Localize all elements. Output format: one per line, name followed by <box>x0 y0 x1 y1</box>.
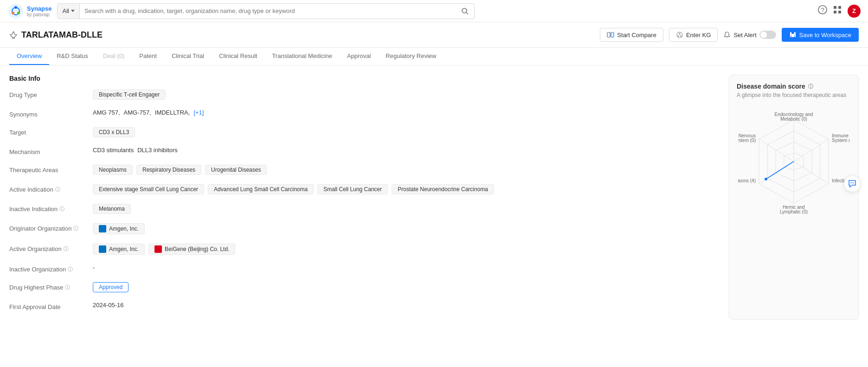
compare-icon <box>607 31 614 39</box>
originator-org-row: Originator Organization ⓘ Amgen, Inc. <box>9 223 720 234</box>
save-workspace-button[interactable]: Save to Workspace <box>782 28 859 42</box>
therapeutic-area-1[interactable]: Neoplasms <box>93 165 133 175</box>
mechanism-1: CD3 stimulants <box>93 147 134 154</box>
alert-toggle[interactable] <box>759 31 776 39</box>
svg-point-43 <box>850 182 851 183</box>
approved-badge[interactable]: Approved <box>93 282 129 292</box>
drug-title-container: TARLATAMAB-DLLE <box>9 30 103 40</box>
therapeutic-areas-row: Therapeutic Areas Neoplasms Respiratory … <box>9 165 720 175</box>
drug-highest-phase-label: Drug Highest Phase ⓘ <box>9 282 93 291</box>
chat-bubble-button[interactable] <box>844 175 861 192</box>
svg-point-44 <box>852 182 853 183</box>
tab-deal[interactable]: Deal (0) <box>96 48 132 65</box>
grid-icon <box>833 5 842 14</box>
svg-point-0 <box>8 4 23 19</box>
svg-text:?: ? <box>821 6 824 13</box>
chat-icon <box>848 179 857 188</box>
target-tag[interactable]: CD3 x DLL3 <box>93 127 135 137</box>
tab-translational-medicine[interactable]: Translational Medicine <box>264 48 340 65</box>
originator-org-tag[interactable]: Amgen, Inc. <box>93 223 145 234</box>
drug-phase-info-icon[interactable]: ⓘ <box>65 284 70 291</box>
indication-3[interactable]: Small Cell Lung Cancer <box>317 184 388 194</box>
drug-highest-phase-row: Drug Highest Phase ⓘ Approved <box>9 282 720 292</box>
tab-regulatory-review[interactable]: Regulatory Review <box>378 48 444 65</box>
tab-rd-status[interactable]: R&D Status <box>49 48 96 65</box>
active-org-beigene-tag[interactable]: BeiGene (Beijing) Co. Ltd. <box>148 244 235 255</box>
synonym-3: IMDELLTRA, <box>155 109 190 116</box>
svg-line-20 <box>680 34 681 36</box>
amgen-logo-icon-2 <box>99 245 106 253</box>
basic-info-section: Basic Info Drug Type Bispecific T-cell E… <box>9 75 720 320</box>
tab-clinical-trial[interactable]: Clinical Trial <box>164 48 212 65</box>
inactive-org-value: - <box>93 264 720 271</box>
inactive-org-info-icon[interactable]: ⓘ <box>68 266 73 273</box>
drug-highest-phase-value: Approved <box>93 282 720 292</box>
beigene-logo-icon <box>154 245 162 253</box>
avatar[interactable]: Z <box>848 5 861 18</box>
target-value: CD3 x DLL3 <box>93 127 720 137</box>
synapse-logo-icon <box>7 3 24 19</box>
search-input[interactable] <box>80 4 456 19</box>
svg-line-30 <box>759 139 794 161</box>
enter-kg-button[interactable]: Enter KG <box>669 28 718 42</box>
drug-type-value: Bispecific T-cell Engager <box>93 90 720 100</box>
tab-patent[interactable]: Patent <box>132 48 164 65</box>
search-button[interactable] <box>456 4 474 19</box>
apps-button[interactable] <box>833 5 842 17</box>
drug-actions: Start Compare Enter KG Set Alert <box>600 28 859 42</box>
tab-overview[interactable]: Overview <box>9 48 49 65</box>
svg-rect-9 <box>834 6 836 9</box>
svg-text:Lymphatic (0): Lymphatic (0) <box>780 209 808 214</box>
svg-point-18 <box>680 36 682 37</box>
toggle-knob <box>760 32 767 38</box>
target-row: Target CD3 x DLL3 <box>9 127 720 137</box>
active-org-info-icon[interactable]: ⓘ <box>64 245 69 252</box>
active-org-row: Active Organization ⓘ Amgen, Inc. BeiGen… <box>9 244 720 255</box>
svg-point-2 <box>14 6 17 9</box>
active-indication-row: Active Indication ⓘ Extensive stage Smal… <box>9 184 720 194</box>
bell-icon <box>723 31 731 39</box>
help-button[interactable]: ? <box>818 5 827 17</box>
active-indication-value: Extensive stage Small Cell Lung Cancer A… <box>93 184 720 194</box>
help-icon: ? <box>818 5 827 14</box>
synonyms-value: AMG 757, AMG-757, IMDELLTRA, [+1] <box>93 109 720 116</box>
active-org-beigene-name: BeiGene (Beijing) Co. Ltd. <box>165 246 229 252</box>
tab-approval[interactable]: Approval <box>340 48 378 65</box>
originator-org-name: Amgen, Inc. <box>109 225 139 232</box>
tabs-bar: Overview R&D Status Deal (0) Patent Clin… <box>0 48 868 65</box>
svg-line-6 <box>466 13 468 14</box>
active-org-amgen-tag[interactable]: Amgen, Inc. <box>93 244 145 255</box>
synonyms-more[interactable]: [+1] <box>193 109 204 116</box>
active-indication-info-icon[interactable]: ⓘ <box>55 186 60 193</box>
mechanism-2: DLL3 inhibitors <box>137 147 178 154</box>
svg-line-26 <box>794 139 829 161</box>
drug-type-tag[interactable]: Bispecific T-cell Engager <box>93 90 166 100</box>
disease-domain-info-icon[interactable]: ⓘ <box>808 83 813 90</box>
indication-1[interactable]: Extensive stage Small Cell Lung Cancer <box>93 184 204 194</box>
therapeutic-area-2[interactable]: Respiratory Diseases <box>136 165 201 175</box>
inactive-org-label: Inactive Organization ⓘ <box>9 264 93 273</box>
originator-org-info-icon[interactable]: ⓘ <box>73 225 78 232</box>
svg-point-5 <box>462 8 467 13</box>
inactive-indication-value: Melanoma <box>93 204 720 214</box>
save-workspace-label: Save to Workspace <box>799 32 851 39</box>
drug-type-row: Drug Type Bispecific T-cell Engager <box>9 90 720 100</box>
inactive-indication-info-icon[interactable]: ⓘ <box>59 206 64 212</box>
indication-2[interactable]: Advanced Lung Small Cell Carcinoma <box>208 184 314 194</box>
logo: Synapse by patsnap <box>7 3 51 19</box>
svg-line-19 <box>678 34 680 36</box>
search-filter-dropdown[interactable]: All <box>58 4 79 19</box>
inactive-indication-tag[interactable]: Melanoma <box>93 204 131 214</box>
therapeutic-area-3[interactable]: Urogenital Diseases <box>205 165 267 175</box>
enter-kg-label: Enter KG <box>686 32 711 39</box>
tab-clinical-result[interactable]: Clinical Result <box>212 48 264 65</box>
search-bar: All <box>57 3 475 19</box>
first-approval-date-row: First Approval Date 2024-05-16 <box>9 302 720 310</box>
indication-4[interactable]: Prostate Neuroendocrine Carcinoma <box>392 184 494 194</box>
chevron-down-icon <box>71 10 75 12</box>
radar-chart: Endocrinology and Metabolic (0) Immune S… <box>738 106 849 217</box>
mechanism-row: Mechanism CD3 stimulants DLL3 inhibitors <box>9 147 720 155</box>
svg-text:System (0): System (0) <box>738 138 756 143</box>
logo-text: Synapse by patsnap <box>27 5 51 17</box>
start-compare-button[interactable]: Start Compare <box>600 28 663 42</box>
